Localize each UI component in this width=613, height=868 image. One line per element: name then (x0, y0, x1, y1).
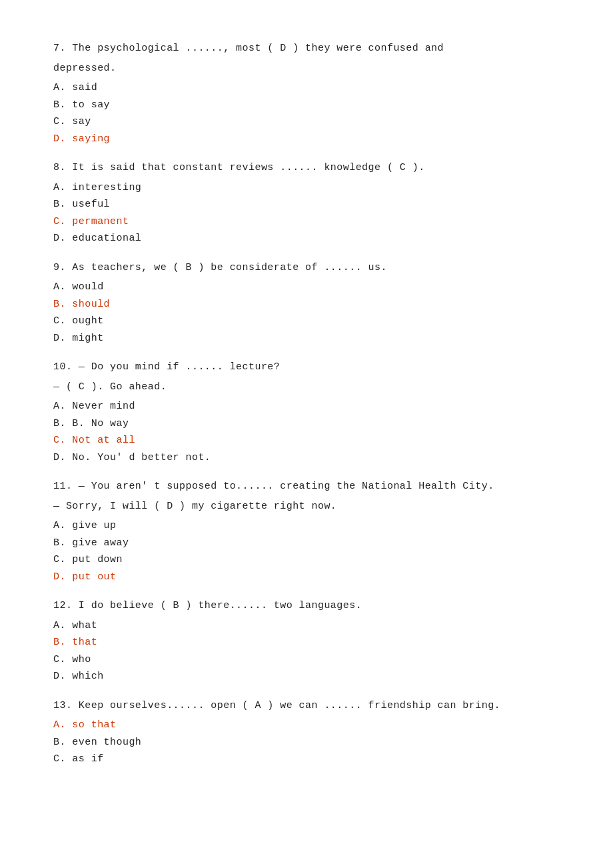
question-q13-text-line-0: 13. Keep ourselves...... open ( A ) we c… (53, 697, 560, 715)
question-q7-option-2: C. say (53, 113, 560, 131)
question-q8: 8. It is said that constant reviews ....… (53, 159, 560, 253)
question-q7-option-3: D. saying (53, 131, 560, 148)
question-q8-text-line-0: 8. It is said that constant reviews ....… (53, 159, 560, 177)
question-q8-option-2: C. permanent (53, 213, 560, 231)
main-content: 7. The psychological ......, most ( D ) … (53, 40, 560, 773)
spacer (53, 585, 560, 591)
question-q9-option-3: D. might (53, 330, 560, 347)
question-q9-option-2: C. ought (53, 313, 560, 330)
question-q10-option-0: A. Never mind (53, 398, 560, 415)
question-q12-text-line-0: 12. I do believe ( B ) there...... two l… (53, 597, 560, 615)
spacer (53, 685, 560, 691)
spacer (53, 147, 560, 153)
question-q12-option-3: D. which (53, 668, 560, 685)
spacer (53, 347, 560, 352)
question-q9: 9. As teachers, we ( B ) be considerate … (53, 259, 560, 353)
question-q11-text-line-0: 11. — You aren' t supposed to...... crea… (53, 478, 560, 495)
question-q8-option-1: B. useful (53, 196, 560, 213)
question-q9-text-line-0: 9. As teachers, we ( B ) be considerate … (53, 259, 560, 277)
spacer (53, 247, 560, 253)
question-q11-option-0: A. give up (53, 517, 560, 535)
question-q9-option-0: A. would (53, 279, 560, 296)
question-q10-option-3: D. No. You' d better not. (53, 449, 560, 467)
question-q13: 13. Keep ourselves...... open ( A ) we c… (53, 697, 560, 773)
question-q10-text-line-0: 10. — Do you mind if ...... lecture? (53, 359, 560, 376)
question-q11-option-1: B. give away (53, 535, 560, 552)
question-q12: 12. I do believe ( B ) there...... two l… (53, 597, 560, 691)
question-q13-option-0: A. so that (53, 717, 560, 734)
question-q11-option-3: D. put out (53, 569, 560, 586)
question-q13-option-2: C. as if (53, 751, 560, 768)
question-q13-option-1: B. even though (53, 734, 560, 751)
question-q10-option-1: B. B. No way (53, 415, 560, 433)
question-q9-option-1: B. should (53, 296, 560, 313)
question-q7: 7. The psychological ......, most ( D ) … (53, 40, 560, 153)
question-q12-option-1: B. that (53, 634, 560, 651)
spacer (53, 466, 560, 471)
question-q7-option-0: A. said (53, 79, 560, 97)
question-q7-text-line-1: depressed. (53, 60, 560, 77)
spacer (53, 768, 560, 773)
question-q10-text-line-1: — ( C ). Go ahead. (53, 379, 560, 396)
question-q7-text-line-0: 7. The psychological ......, most ( D ) … (53, 40, 560, 57)
question-q8-option-3: D. educational (53, 230, 560, 247)
question-q8-option-0: A. interesting (53, 179, 560, 197)
question-q7-option-1: B. to say (53, 97, 560, 114)
question-q10-option-2: C. Not at all (53, 432, 560, 449)
question-q10: 10. — Do you mind if ...... lecture?— ( … (53, 359, 560, 471)
question-q11: 11. — You aren' t supposed to...... crea… (53, 478, 560, 591)
question-q12-option-0: A. what (53, 617, 560, 635)
question-q12-option-2: C. who (53, 651, 560, 669)
question-q11-text-line-1: — Sorry, I will ( D ) my cigarette right… (53, 498, 560, 515)
question-q11-option-2: C. put down (53, 551, 560, 569)
